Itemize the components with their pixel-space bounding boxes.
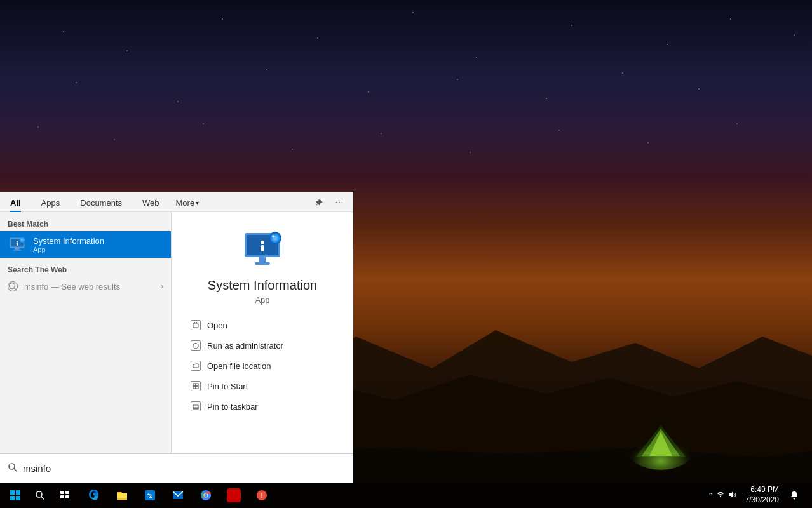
results-left-panel: Best match bbox=[0, 212, 172, 453]
app7-icon: ! bbox=[255, 488, 269, 502]
taskbar-app-store[interactable]: 🛍 bbox=[136, 483, 164, 508]
taskbar-right: ⌃ 6:49 PM 7 bbox=[704, 483, 809, 508]
svg-rect-10 bbox=[15, 248, 20, 250]
taskbar-app-chrome[interactable] bbox=[192, 483, 220, 508]
action-pin-start[interactable]: Pin to Start bbox=[184, 376, 341, 396]
mail-icon bbox=[171, 488, 185, 502]
taskbar: 🛍 bbox=[0, 483, 812, 508]
search-filter-tabs: All Apps Documents Web More ▾ bbox=[0, 192, 353, 212]
start-search-panel: All Apps Documents Web More ▾ bbox=[0, 192, 353, 483]
action-pin-taskbar[interactable]: Pin to taskbar bbox=[184, 396, 341, 417]
search-results-area: Best match bbox=[0, 212, 353, 453]
task-view-button[interactable] bbox=[52, 483, 78, 508]
tray-network-icon[interactable] bbox=[716, 490, 725, 501]
svg-rect-31 bbox=[193, 384, 196, 386]
tab-apps[interactable]: Apps bbox=[31, 194, 71, 211]
admin-icon bbox=[191, 340, 201, 351]
search-icon bbox=[8, 462, 18, 474]
tray-volume-icon[interactable] bbox=[727, 490, 736, 501]
svg-rect-13 bbox=[17, 243, 18, 245]
svg-rect-33 bbox=[193, 386, 196, 389]
open-icon bbox=[191, 320, 201, 330]
svg-rect-11 bbox=[13, 250, 21, 251]
search-web-header: Search the web bbox=[0, 263, 171, 277]
clock-time: 6:49 PM bbox=[745, 485, 779, 495]
svg-point-50 bbox=[205, 494, 208, 497]
taskbar-app-mail[interactable] bbox=[164, 483, 192, 508]
system-tray: ⌃ bbox=[704, 490, 740, 501]
svg-rect-36 bbox=[193, 408, 198, 409]
svg-point-16 bbox=[21, 239, 22, 240]
search-input[interactable] bbox=[23, 463, 346, 474]
taskbar-app-6[interactable] bbox=[220, 483, 248, 508]
action-open[interactable]: Open bbox=[184, 315, 341, 335]
desktop: All Apps Documents Web More ▾ bbox=[0, 0, 812, 508]
action-open-location[interactable]: Open file location bbox=[184, 356, 341, 376]
best-match-header: Best match bbox=[0, 217, 171, 231]
clock-date: 7/30/2020 bbox=[745, 495, 779, 505]
svg-text:🛍: 🛍 bbox=[147, 492, 153, 499]
store-icon: 🛍 bbox=[143, 488, 157, 502]
web-search-text: msinfo — See web results bbox=[24, 282, 120, 291]
svg-point-12 bbox=[17, 241, 18, 243]
svg-rect-41 bbox=[60, 491, 64, 494]
search-input-row bbox=[0, 453, 353, 483]
app-detail-type: App bbox=[255, 295, 269, 305]
svg-rect-30 bbox=[193, 323, 198, 328]
taskbar-icon bbox=[191, 401, 201, 411]
taskbar-clock[interactable]: 6:49 PM 7/30/2020 bbox=[740, 485, 784, 505]
taskbar-app-explorer[interactable] bbox=[108, 483, 136, 508]
svg-point-29 bbox=[273, 236, 275, 237]
pin-icon[interactable] bbox=[310, 194, 328, 211]
taskbar-search-button[interactable] bbox=[28, 483, 52, 508]
svg-rect-34 bbox=[196, 386, 198, 389]
result-text-sysinfo: System Information App bbox=[33, 236, 163, 253]
app-detail-icon bbox=[240, 227, 285, 272]
chrome-icon bbox=[199, 488, 213, 502]
app-actions-list: Open Run as administrator bbox=[184, 315, 341, 417]
taskbar-app-edge[interactable] bbox=[80, 483, 108, 508]
windows-logo-icon bbox=[10, 490, 20, 500]
notification-icon[interactable] bbox=[784, 483, 804, 508]
svg-point-53 bbox=[719, 495, 721, 497]
ellipsis-icon[interactable]: ··· bbox=[330, 194, 348, 211]
tab-web[interactable]: Web bbox=[132, 194, 170, 211]
edge-icon bbox=[87, 488, 101, 502]
svg-line-40 bbox=[41, 497, 44, 499]
search-circle-icon bbox=[8, 281, 18, 291]
app6-icon bbox=[227, 488, 241, 502]
svg-line-38 bbox=[14, 469, 17, 471]
web-search-item[interactable]: msinfo — See web results › bbox=[0, 277, 171, 296]
chevron-down-icon: ▾ bbox=[196, 199, 199, 206]
pin-start-icon bbox=[191, 381, 201, 391]
taskbar-app-7[interactable]: ! bbox=[248, 483, 276, 508]
tab-documents[interactable]: Documents bbox=[70, 194, 132, 211]
folder-icon bbox=[191, 361, 201, 371]
app-detail-name: System Information bbox=[208, 278, 317, 293]
svg-rect-44 bbox=[65, 495, 69, 498]
web-search-arrow: › bbox=[161, 282, 163, 291]
results-right-panel: System Information App Open bbox=[172, 212, 353, 453]
svg-point-21 bbox=[261, 241, 264, 244]
start-button[interactable] bbox=[3, 483, 28, 508]
svg-rect-22 bbox=[261, 245, 264, 251]
tab-icon-group: ··· bbox=[310, 194, 353, 211]
svg-rect-23 bbox=[259, 257, 266, 262]
taskbar-apps: 🛍 bbox=[80, 483, 276, 508]
svg-rect-32 bbox=[196, 384, 198, 386]
result-system-information[interactable]: System Information App bbox=[0, 231, 171, 258]
svg-text:!: ! bbox=[261, 492, 263, 499]
tab-more[interactable]: More ▾ bbox=[170, 194, 206, 211]
sysinfo-app-icon-small bbox=[8, 235, 27, 254]
action-run-admin[interactable]: Run as administrator bbox=[184, 335, 341, 356]
tab-all[interactable]: All bbox=[0, 194, 31, 211]
svg-rect-42 bbox=[65, 491, 69, 494]
svg-rect-24 bbox=[255, 262, 270, 265]
explorer-icon bbox=[115, 488, 129, 502]
svg-line-18 bbox=[15, 288, 17, 291]
tray-arrow[interactable]: ⌃ bbox=[708, 491, 714, 500]
svg-rect-43 bbox=[60, 495, 64, 498]
